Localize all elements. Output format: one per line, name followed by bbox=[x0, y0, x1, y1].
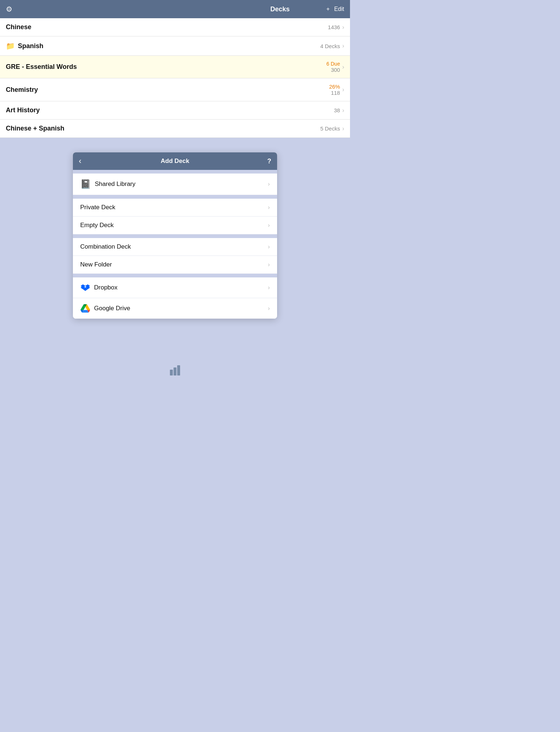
add-deck-new-folder[interactable]: New Folder › bbox=[73, 256, 277, 274]
deck-count-chinese: 1436 bbox=[328, 24, 340, 30]
deck-count-spanish: 4 Decks bbox=[320, 43, 340, 49]
chevron-icon-chinese-spanish: › bbox=[342, 125, 344, 132]
deck-name-chinese: Chinese bbox=[6, 23, 31, 31]
google-drive-label: Google Drive bbox=[94, 305, 130, 312]
background-area: ‹ Add Deck ? 📓 Shared Library › Private … bbox=[0, 138, 350, 357]
edit-button[interactable]: Edit bbox=[334, 6, 344, 12]
notebook-icon: 📓 bbox=[80, 179, 91, 190]
modal-back-button[interactable]: ‹ bbox=[79, 156, 81, 166]
svg-rect-6 bbox=[170, 370, 173, 375]
chevron-icon-chinese: › bbox=[342, 24, 344, 31]
add-deck-modal: ‹ Add Deck ? 📓 Shared Library › Private … bbox=[73, 152, 277, 319]
section-gap-2 bbox=[73, 195, 277, 199]
folder-icon-spanish: 📁 bbox=[6, 42, 15, 50]
deck-count-chemistry: 26% 118 bbox=[329, 83, 340, 96]
dropbox-label: Dropbox bbox=[94, 284, 117, 291]
chevron-icon-dropbox: › bbox=[268, 284, 270, 291]
deck-count-art-history: 38 bbox=[334, 107, 340, 113]
deck-item-chinese[interactable]: Chinese 1436 › bbox=[0, 18, 350, 36]
chevron-icon-shared-library: › bbox=[268, 181, 270, 187]
add-deck-combination-deck[interactable]: Combination Deck › bbox=[73, 238, 277, 256]
deck-name-art-history: Art History bbox=[6, 106, 40, 114]
section-gap-4 bbox=[73, 274, 277, 277]
chevron-icon-spanish: › bbox=[342, 43, 344, 49]
add-deck-google-drive[interactable]: Google Drive › bbox=[73, 298, 277, 319]
add-deck-dropbox[interactable]: Dropbox › bbox=[73, 277, 277, 298]
deck-name-chinese-spanish: Chinese + Spanish bbox=[6, 125, 65, 132]
percent-label-chemistry: 26% bbox=[329, 83, 340, 90]
add-deck-shared-library[interactable]: 📓 Shared Library › bbox=[73, 174, 277, 195]
deck-item-gre[interactable]: GRE - Essential Words 6 Due 300 › bbox=[0, 56, 350, 78]
google-drive-icon bbox=[80, 303, 90, 314]
deck-count-gre: 6 Due 300 bbox=[326, 61, 340, 73]
deck-item-chemistry[interactable]: Chemistry 26% 118 › bbox=[0, 78, 350, 101]
empty-deck-label: Empty Deck bbox=[80, 222, 114, 229]
chevron-icon-gre: › bbox=[342, 64, 344, 70]
nav-right-area: + Edit bbox=[326, 6, 344, 12]
section-gap-1 bbox=[73, 170, 277, 174]
deck-item-spanish[interactable]: 📁 Spanish 4 Decks › bbox=[0, 36, 350, 56]
add-deck-private-deck[interactable]: Private Deck › bbox=[73, 199, 277, 217]
add-button[interactable]: + bbox=[326, 6, 330, 12]
deck-name-gre: GRE - Essential Words bbox=[6, 63, 77, 71]
combination-deck-label: Combination Deck bbox=[80, 243, 131, 250]
deck-name-spanish: Spanish bbox=[18, 42, 43, 50]
nav-left-area: ⚙ bbox=[6, 5, 12, 13]
deck-count-chinese-spanish: 5 Decks bbox=[320, 125, 340, 132]
svg-rect-7 bbox=[174, 367, 176, 375]
deck-list: Chinese 1436 › 📁 Spanish 4 Decks › GRE -… bbox=[0, 18, 350, 138]
shared-library-label: Shared Library bbox=[95, 180, 136, 188]
modal-title: Add Deck bbox=[161, 157, 189, 165]
chevron-icon-empty-deck: › bbox=[268, 222, 270, 229]
due-label-gre: 6 Due bbox=[326, 61, 340, 67]
chevron-icon-private-deck: › bbox=[268, 204, 270, 211]
dropbox-icon bbox=[80, 283, 90, 293]
modal-help-button[interactable]: ? bbox=[267, 157, 271, 165]
page-title: Decks bbox=[270, 5, 289, 13]
chevron-icon-chemistry: › bbox=[342, 86, 344, 93]
svg-rect-8 bbox=[177, 365, 180, 375]
chevron-icon-new-folder: › bbox=[268, 261, 270, 268]
navigation-bar: ⚙ Decks + Edit bbox=[0, 0, 350, 18]
deck-item-art-history[interactable]: Art History 38 › bbox=[0, 101, 350, 120]
private-deck-label: Private Deck bbox=[80, 204, 115, 211]
stats-icon bbox=[168, 365, 182, 378]
chevron-icon-art-history: › bbox=[342, 107, 344, 114]
deck-name-chemistry: Chemistry bbox=[6, 86, 38, 94]
bottom-bar bbox=[0, 357, 350, 386]
add-deck-empty-deck[interactable]: Empty Deck › bbox=[73, 217, 277, 234]
new-folder-label: New Folder bbox=[80, 261, 112, 268]
settings-icon[interactable]: ⚙ bbox=[6, 5, 12, 13]
deck-item-chinese-spanish[interactable]: Chinese + Spanish 5 Decks › bbox=[0, 120, 350, 138]
chevron-icon-google-drive: › bbox=[268, 305, 270, 312]
modal-header: ‹ Add Deck ? bbox=[73, 152, 277, 170]
chevron-icon-combination-deck: › bbox=[268, 244, 270, 250]
section-gap-3 bbox=[73, 234, 277, 238]
